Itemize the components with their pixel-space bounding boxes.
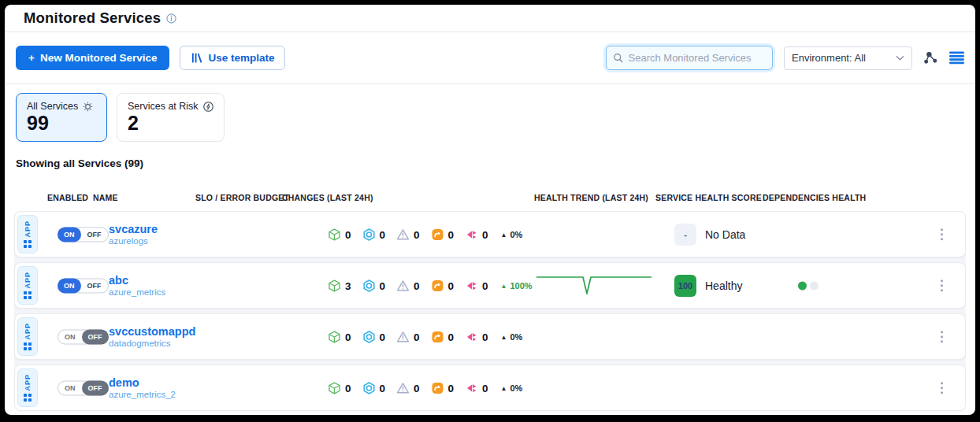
toggle-off-label: OFF bbox=[81, 278, 108, 293]
all-services-count: 99 bbox=[27, 113, 96, 135]
service-subtitle: azure_metrics_2 bbox=[109, 390, 176, 399]
package-icon bbox=[328, 228, 341, 241]
deployment-icon bbox=[362, 330, 376, 343]
col-name: NAME bbox=[93, 193, 118, 202]
change-delta: ▲0% bbox=[501, 230, 523, 239]
gear-icon bbox=[83, 102, 93, 112]
app-grid-icon bbox=[24, 291, 32, 299]
service-rows: APP ON OFF svcazure azurelogs 0 0 0 0 0 … bbox=[14, 211, 966, 411]
plus-icon: + bbox=[28, 52, 35, 64]
row-menu-button[interactable] bbox=[937, 276, 947, 295]
service-type-tab[interactable]: APP bbox=[17, 266, 38, 305]
app-grid-icon bbox=[24, 342, 32, 350]
toggle-on-label: ON bbox=[58, 278, 81, 293]
toggle-off-label: OFF bbox=[81, 227, 108, 242]
col-trend: HEALTH TREND (LAST 24H) bbox=[534, 193, 648, 202]
toggle-on-label: ON bbox=[58, 380, 82, 395]
service-subtitle: azurelogs bbox=[109, 236, 158, 246]
config-change-icon bbox=[431, 279, 444, 292]
enabled-toggle[interactable]: ON OFF bbox=[58, 227, 109, 242]
delta-up-icon: ▲ bbox=[501, 384, 507, 391]
changes-cell: 3 0 0 0 0 ▲100% bbox=[328, 279, 533, 292]
use-template-button[interactable]: Use template bbox=[180, 46, 285, 70]
delta-up-icon: ▲ bbox=[501, 231, 507, 238]
incident-icon bbox=[465, 381, 478, 394]
service-type-label: APP bbox=[24, 374, 32, 391]
new-monitored-service-button[interactable]: + New Monitored Service bbox=[16, 46, 169, 70]
app-grid-icon bbox=[24, 240, 32, 248]
graph-view-button[interactable] bbox=[923, 50, 938, 65]
services-at-risk-card[interactable]: Services at Risk 2 bbox=[117, 93, 225, 142]
changes-cell: 0 0 0 0 0 ▲0% bbox=[328, 228, 522, 241]
table-row: APP ON OFF svccustomappd datadogmetrics … bbox=[14, 313, 966, 360]
health-score-label: No Data bbox=[705, 228, 745, 241]
changes-cell: 0 0 0 0 0 ▲0% bbox=[328, 381, 522, 394]
toggle-off-label: OFF bbox=[82, 380, 109, 395]
summary-cards: All Services 99 Services at Risk 2 bbox=[16, 93, 975, 142]
package-icon bbox=[328, 330, 341, 343]
service-name-link[interactable]: svcazure bbox=[109, 223, 158, 236]
incident-icon bbox=[465, 279, 478, 292]
monitored-services-page: Monitored Services + New Monitored Servi… bbox=[5, 5, 975, 415]
health-score-badge: - bbox=[674, 224, 696, 246]
config-change-icon bbox=[431, 228, 444, 241]
service-type-label: APP bbox=[24, 272, 32, 289]
service-name-link[interactable]: svccustomappd bbox=[109, 325, 195, 339]
showing-services-heading: Showing all Services (99) bbox=[16, 157, 975, 170]
service-type-tab[interactable]: APP bbox=[17, 317, 38, 356]
enabled-toggle[interactable]: ON OFF bbox=[58, 329, 109, 344]
delta-up-icon: ▲ bbox=[501, 282, 507, 289]
all-services-card[interactable]: All Services 99 bbox=[16, 93, 107, 142]
toggle-on-label: ON bbox=[58, 227, 81, 242]
service-name-link[interactable]: abc bbox=[109, 274, 165, 287]
alert-icon bbox=[396, 279, 410, 292]
table-header: ENABLED NAME SLO / ERROR BUDGET CHANGES … bbox=[5, 170, 975, 211]
service-type-label: APP bbox=[24, 220, 32, 238]
service-type-label: APP bbox=[24, 323, 32, 340]
package-icon bbox=[328, 381, 341, 394]
deployment-icon bbox=[362, 228, 376, 241]
health-score-badge: 100 bbox=[674, 275, 696, 297]
service-subtitle: datadogmetrics bbox=[109, 339, 195, 348]
row-menu-button[interactable] bbox=[937, 225, 947, 244]
info-icon[interactable] bbox=[166, 13, 176, 24]
service-subtitle: azure_metrics bbox=[109, 287, 165, 297]
search-input[interactable] bbox=[629, 52, 767, 64]
risk-icon bbox=[203, 102, 213, 112]
search-box bbox=[606, 46, 773, 70]
health-trend-sparkline bbox=[535, 269, 653, 302]
row-menu-button[interactable] bbox=[937, 379, 947, 398]
table-row: APP ON OFF demo azure_metrics_2 0 0 0 0 … bbox=[14, 365, 966, 411]
change-delta: ▲100% bbox=[501, 281, 533, 291]
col-changes: CHANGES (LAST 24H) bbox=[282, 193, 373, 202]
incident-icon bbox=[465, 330, 478, 343]
delta-up-icon: ▲ bbox=[501, 333, 507, 340]
chevron-down-icon bbox=[896, 55, 904, 61]
enabled-toggle[interactable]: ON OFF bbox=[58, 278, 109, 293]
row-menu-button[interactable] bbox=[937, 328, 947, 346]
list-view-button[interactable] bbox=[949, 51, 964, 65]
alert-icon bbox=[396, 381, 410, 394]
toolbar: + New Monitored Service Use template Env… bbox=[5, 32, 975, 84]
services-at-risk-count: 2 bbox=[128, 113, 213, 135]
dependency-dot[interactable] bbox=[798, 281, 807, 290]
service-type-tab[interactable]: APP bbox=[17, 215, 38, 254]
alert-icon bbox=[396, 330, 410, 343]
enabled-toggle[interactable]: ON OFF bbox=[58, 380, 109, 395]
deployment-icon bbox=[362, 381, 376, 394]
health-score-cell: 100 Healthy bbox=[674, 275, 742, 297]
change-delta: ▲0% bbox=[501, 332, 523, 342]
service-name-link[interactable]: demo bbox=[109, 376, 176, 390]
table-row: APP ON OFF abc azure_metrics 3 0 0 0 0 ▲… bbox=[14, 262, 966, 309]
list-view-icon bbox=[949, 51, 964, 65]
table-row: APP ON OFF svcazure azurelogs 0 0 0 0 0 … bbox=[14, 211, 966, 257]
page-header: Monitored Services bbox=[5, 5, 975, 32]
search-icon bbox=[613, 52, 624, 64]
environment-select[interactable]: Environment: All bbox=[784, 46, 912, 70]
col-deps: DEPENDENCIES HEALTH bbox=[763, 193, 866, 202]
col-enabled: ENABLED bbox=[47, 193, 88, 202]
change-delta: ▲0% bbox=[501, 383, 523, 393]
dependency-dot[interactable] bbox=[810, 281, 819, 290]
page-title: Monitored Services bbox=[24, 9, 161, 27]
service-type-tab[interactable]: APP bbox=[17, 368, 38, 407]
